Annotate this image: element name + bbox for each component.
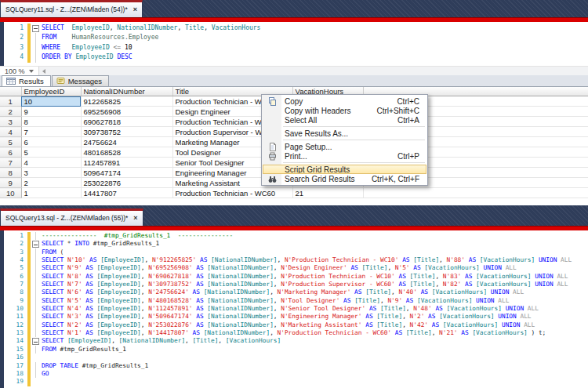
line-number: 4 <box>4 256 27 264</box>
grid-row-header[interactable]: 6 <box>0 147 21 158</box>
code-line[interactable]: 1SELECT EmployeeID, NationalIDNumber, Ti… <box>4 24 588 33</box>
collapse-minus-icon[interactable] <box>32 338 39 345</box>
close-icon[interactable]: × <box>133 5 137 13</box>
menu-item-label: Search Grid Results <box>281 175 372 183</box>
menu-item-script-grid-results[interactable]: Script Grid Results <box>263 165 426 174</box>
scroll-left-icon[interactable] <box>39 67 49 75</box>
code-line[interactable]: 18GO <box>4 370 588 378</box>
zoom-selector[interactable]: 100 % <box>0 67 39 75</box>
grid-row-header[interactable]: 1 <box>0 96 21 107</box>
code-line[interactable]: 4SELECT N'10' AS [EmployeeID], N'9122658… <box>4 256 588 264</box>
grid-row-header[interactable]: 5 <box>0 137 21 147</box>
grid-cell[interactable]: Production Technician - WC60 <box>172 188 292 198</box>
fold-guide <box>31 232 42 240</box>
code-line[interactable]: 15FROM #tmp_GridResults_1 <box>4 346 588 354</box>
grid-cell[interactable]: 6 <box>21 137 81 147</box>
line-number: 6 <box>4 273 27 281</box>
grid-row-header[interactable]: 2 <box>0 107 21 117</box>
code-line[interactable]: 3WHERE EmployeeID <= 10 <box>4 43 588 53</box>
collapse-minus-icon[interactable] <box>32 241 39 248</box>
grid-row-header[interactable]: 9 <box>0 178 21 188</box>
grid-cell[interactable]: 3 <box>21 168 81 178</box>
sql-editor-2[interactable]: 1--------------- #tmp_GridResults_1 ----… <box>0 230 588 388</box>
grid-row-header[interactable]: 4 <box>0 127 21 137</box>
grid-row-header[interactable]: 3 <box>0 117 21 127</box>
code-line[interactable]: 4ORDER BY EmployeeID DESC <box>4 53 588 62</box>
code-line[interactable]: 8SELECT N'6' AS [EmployeeID], N'24756624… <box>4 288 588 296</box>
grid-cell[interactable]: 912265825 <box>81 96 172 107</box>
grid-cell-selected[interactable]: 10 <box>21 96 81 107</box>
grid-corner[interactable] <box>0 87 21 96</box>
grid-cell[interactable]: 21 <box>292 188 363 198</box>
code-line[interactable]: 16 <box>4 354 588 361</box>
grid-row-header[interactable]: 10 <box>0 188 21 198</box>
code-line[interactable]: 3FROM ( <box>4 248 588 256</box>
code-line[interactable]: 13SELECT N'1' AS [EmployeeID], N'1441780… <box>4 329 588 337</box>
messages-tab-label: Messages <box>68 77 102 85</box>
grid-cell[interactable]: 14417807 <box>81 188 172 198</box>
grid-cell[interactable]: 309738752 <box>81 127 172 137</box>
code-line[interactable]: 2SELECT * INTO #tmp_GridResults_1 <box>4 240 588 248</box>
code-line[interactable]: 11SELECT N'3' AS [EmployeeID], N'5096471… <box>4 313 588 321</box>
code-line[interactable]: 6SELECT N'8' AS [EmployeeID], N'69062781… <box>4 273 588 281</box>
grid-cell[interactable]: 7 <box>21 127 81 137</box>
code-line[interactable]: 1--------------- #tmp_GridResults_1 ----… <box>4 232 588 240</box>
messages-icon <box>56 77 65 85</box>
menu-item-search-grid-results[interactable]: Search Grid ResultsCtrl+K, Ctrl+F <box>263 174 426 183</box>
tab-title: SQLQuery11.sql - Z...(ZEN\Mladen (54))* <box>5 5 128 13</box>
code-line[interactable]: 7SELECT N'7' AS [EmployeeID], N'30973875… <box>4 281 588 288</box>
grid-cell[interactable]: 4 <box>21 158 81 168</box>
grid-cell-filler <box>363 188 588 198</box>
menu-item-copy-with-headers[interactable]: Copy with HeadersCtrl+Shift+C <box>263 106 426 115</box>
grid-row-header[interactable]: 8 <box>0 168 21 178</box>
close-icon[interactable]: × <box>133 214 137 222</box>
grid-cell[interactable]: 253022876 <box>81 178 172 188</box>
menu-item-copy[interactable]: CopyCtrl+C <box>263 96 426 106</box>
code-line[interactable]: 9SELECT N'5' AS [EmployeeID], N'48016852… <box>4 297 588 305</box>
document-tabstrip-1: SQLQuery11.sql - Z...(ZEN\Mladen (54))* … <box>0 0 588 17</box>
menu-item-label: Copy with Headers <box>281 107 377 115</box>
tab-sqlquery11[interactable]: SQLQuery11.sql - Z...(ZEN\Mladen (54))* … <box>0 0 143 17</box>
grid-cell[interactable]: 8 <box>21 117 81 127</box>
grid-cell[interactable]: 5 <box>21 147 81 158</box>
menu-item-page-setup[interactable]: Page Setup... <box>263 142 426 151</box>
tab-sqlquery13[interactable]: SQLQuery13.sql - Z...(ZEN\Mladen (55))* … <box>0 209 143 226</box>
menu-item-print[interactable]: Print...Ctrl+P <box>263 151 426 161</box>
code-line[interactable]: 14SELECT [EmployeeID], [NationalIDNumber… <box>4 337 588 345</box>
line-number: 7 <box>4 281 27 288</box>
tab-results[interactable]: Results <box>2 75 51 86</box>
line-number: 13 <box>4 329 27 337</box>
grid-cell[interactable]: 24756624 <box>81 137 172 147</box>
code-text: SELECT N'1' AS [EmployeeID], N'14417807'… <box>42 329 588 337</box>
grid-cell[interactable]: 112457891 <box>81 158 172 168</box>
code-text: FROM ( <box>42 248 588 256</box>
code-line[interactable]: 12SELECT N'2' AS [EmployeeID], N'2530228… <box>4 321 588 329</box>
code-line[interactable]: 17DROP TABLE #tmp_GridResults_1 <box>4 362 588 370</box>
tab-messages[interactable]: Messages <box>52 75 109 86</box>
menu-item-select-all[interactable]: Select AllCtrl+A <box>263 115 426 125</box>
grid-column-header[interactable]: EmployeeID <box>21 87 81 96</box>
collapse-minus-icon[interactable] <box>32 25 39 32</box>
grid-cell[interactable]: 509647174 <box>81 168 172 178</box>
grid-cell[interactable]: 480168528 <box>81 147 172 158</box>
code-line[interactable]: 2FROM HumanResources.Employee <box>4 33 588 42</box>
fold-guide <box>31 53 42 62</box>
grid-row-header[interactable]: 7 <box>0 158 21 168</box>
grid-cell[interactable]: 690627818 <box>81 117 172 127</box>
sql-editor-1[interactable]: 1SELECT EmployeeID, NationalIDNumber, Ti… <box>0 22 588 66</box>
menu-item-save-results-as[interactable]: Save Results As... <box>263 129 426 138</box>
code-line[interactable]: 19 <box>4 378 588 386</box>
grid-column-header[interactable]: NationalIDNumber <box>81 87 172 96</box>
code-line[interactable]: 10SELECT N'4' AS [EmployeeID], N'1124578… <box>4 305 588 313</box>
menu-item-shortcut: Ctrl+C <box>397 97 426 106</box>
grid-cell[interactable]: 695256908 <box>81 107 172 117</box>
horizontal-scrollbar[interactable] <box>39 67 588 75</box>
grid-cell[interactable]: 2 <box>21 178 81 188</box>
code-line[interactable]: 5SELECT N'9' AS [EmployeeID], N'69525690… <box>4 264 588 272</box>
grid-cell[interactable]: 9 <box>21 107 81 117</box>
chevron-down-icon <box>29 70 34 73</box>
fold-guide <box>31 288 42 296</box>
tab-title: SQLQuery13.sql - Z...(ZEN\Mladen (55))* <box>5 214 128 222</box>
scrollbar-track[interactable] <box>49 67 588 75</box>
grid-cell[interactable]: 1 <box>21 188 81 198</box>
